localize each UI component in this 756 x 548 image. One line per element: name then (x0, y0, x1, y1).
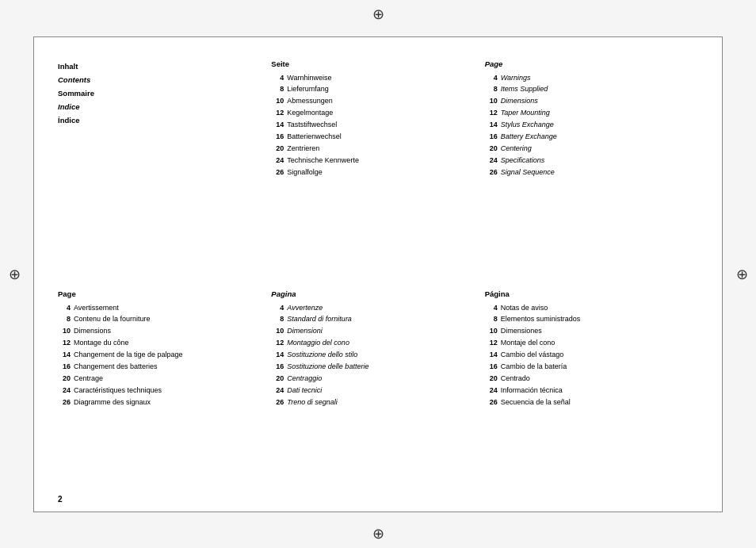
heading-inhalt: Inhalt (58, 59, 263, 73)
list-item: 24 Información técnica (485, 385, 690, 397)
list-item: 14 Stylus Exchange (485, 120, 690, 131)
list-item: 24 Dati tecnici (271, 385, 476, 397)
list-item: 8 Lieferumfang (271, 84, 476, 95)
crosshair-left-icon: ⊕ (6, 266, 22, 282)
list-item: 12 Taper Mounting (485, 108, 690, 119)
list-item: 10 Dimensions (58, 326, 263, 337)
list-item: 26 Signal Sequence (485, 167, 690, 178)
col3-bottom: Página 4 Notas de aviso 8 Elementos sumi… (485, 289, 698, 496)
col2-bottom-toc: 4 Avvertenze 8 Standard di fornitura 10 … (271, 303, 476, 408)
list-item: 16 Changement des batteries (58, 362, 263, 373)
heading-indice: Indice (58, 100, 263, 113)
col3-top-toc: 4 Warnings 8 Items Supplied 10 Dimension… (485, 73, 690, 178)
crosshair-top-icon: ⊕ (370, 6, 386, 22)
list-item: 20 Centrage (58, 374, 263, 385)
list-item: 14 Cambio del vástago (485, 350, 690, 361)
list-item: 4 Warnings (485, 73, 690, 84)
list-item: 14 Changement de la tige de palpage (58, 350, 263, 361)
list-item: 20 Centraggio (271, 374, 476, 385)
list-item: 12 Montaggio del cono (271, 338, 476, 349)
page-number: 2 (58, 495, 63, 504)
list-item: 12 Kegelmontage (271, 108, 476, 119)
list-item: 20 Zentrieren (271, 144, 476, 155)
col2-bottom-heading: Pagina (271, 289, 476, 298)
list-item: 8 Items Supplied (485, 84, 690, 95)
list-item: 10 Dimensioni (271, 326, 476, 337)
col3-top: Page 4 Warnings 8 Items Supplied 10 Dime… (485, 59, 698, 266)
crosshair-right-icon: ⊕ (734, 266, 750, 282)
list-item: 10 Dimensiones (485, 326, 690, 337)
col1-bottom-heading: Page (58, 289, 263, 298)
list-item: 24 Specifications (485, 155, 690, 167)
col1-top-header: Inhalt Contents Sommaire Indice Índice (58, 59, 263, 127)
list-item: 26 Secuencia de la señal (485, 397, 690, 408)
heading-sommaire: Sommaire (58, 86, 263, 100)
list-item: 4 Avertissement (58, 303, 263, 314)
list-item: 8 Elementos suministrados (485, 314, 690, 325)
list-item: 4 Avvertenze (271, 303, 476, 314)
col3-bottom-toc: 4 Notas de aviso 8 Elementos suministrad… (485, 303, 690, 408)
list-item: 16 Sostituzione delle batterie (271, 362, 476, 373)
col2-top: Seite 4 Warnhinweise 8 Lieferumfang 10 A… (271, 59, 484, 266)
col1-top: Inhalt Contents Sommaire Indice Índice (58, 59, 271, 266)
bottom-section: Page 4 Avertissement 8 Contenu de la fou… (58, 289, 698, 496)
page: ⊕ ⊕ ⊕ ⊕ Inhalt Contents Sommaire Indice … (0, 0, 756, 548)
list-item: 24 Caractéristiques techniques (58, 385, 263, 397)
top-section: Inhalt Contents Sommaire Indice Índice S… (58, 59, 698, 266)
col2-top-toc: 4 Warnhinweise 8 Lieferumfang 10 Abmessu… (271, 73, 476, 178)
list-item: 8 Contenu de la fourniture (58, 314, 263, 325)
list-item: 26 Signalfolge (271, 167, 476, 178)
list-item: 16 Batterienwechsel (271, 132, 476, 143)
col3-bottom-heading: Página (485, 289, 690, 298)
list-item: 8 Standard di fornitura (271, 314, 476, 325)
col1-bottom-toc: 4 Avertissement 8 Contenu de la fournitu… (58, 303, 263, 408)
list-item: 4 Notas de aviso (485, 303, 690, 314)
col1-bottom: Page 4 Avertissement 8 Contenu de la fou… (58, 289, 271, 496)
list-item: 4 Warnhinweise (271, 73, 476, 84)
list-item: 24 Technische Kennwerte (271, 155, 476, 167)
list-item: 12 Montage du cône (58, 338, 263, 349)
list-item: 16 Battery Exchange (485, 132, 690, 143)
list-item: 20 Centrado (485, 374, 690, 385)
heading-indice-es: Índice (58, 113, 263, 127)
crosshair-bottom-icon: ⊕ (370, 526, 386, 542)
content-box: Inhalt Contents Sommaire Indice Índice S… (33, 36, 723, 512)
list-item: 26 Treno di segnali (271, 397, 476, 408)
list-item: 10 Dimensions (485, 96, 690, 107)
list-item: 26 Diagramme des signaux (58, 397, 263, 408)
list-item: 10 Abmessungen (271, 96, 476, 107)
heading-contents: Contents (58, 73, 263, 86)
list-item: 14 Taststiftwechsel (271, 120, 476, 131)
col2-bottom: Pagina 4 Avvertenze 8 Standard di fornit… (271, 289, 484, 496)
list-item: 14 Sostituzione dello stilo (271, 350, 476, 361)
col3-top-heading: Page (485, 59, 690, 68)
list-item: 12 Montaje del cono (485, 338, 690, 349)
list-item: 20 Centering (485, 144, 690, 155)
list-item: 16 Cambio de la batería (485, 362, 690, 373)
col2-top-heading: Seite (271, 59, 476, 68)
